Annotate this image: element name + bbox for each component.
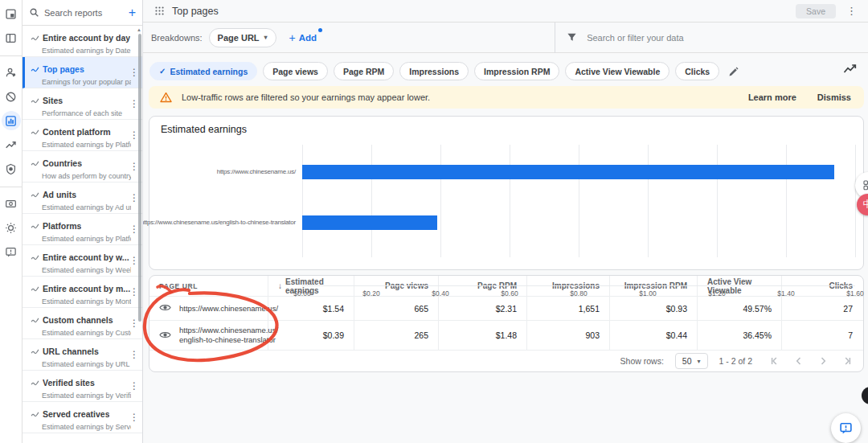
- report-icon: [31, 156, 39, 170]
- new-report-button[interactable]: +: [129, 7, 136, 18]
- sidebar-item-entire-account-by-day[interactable]: Entire account by dayEstimated earnings …: [23, 26, 142, 57]
- sidebar-item-content-platform[interactable]: Content platformEstimated earnings by Pl…: [23, 120, 142, 151]
- report-title: URL channels: [43, 347, 99, 356]
- page-url-cell[interactable]: https://www.chinesename.us/english-to-ch…: [149, 321, 268, 350]
- table-row: https://www.chinesename.us/english-to-ch…: [149, 320, 863, 350]
- first-page-icon[interactable]: [770, 356, 780, 366]
- rows-per-page-select[interactable]: 50 ▾: [675, 353, 708, 369]
- url-line: english-to-chinese-translator: [179, 335, 278, 345]
- report-kebab-icon[interactable]: ⋮: [129, 412, 139, 423]
- breakdowns-bar: Breakdowns: Page URL ▾ + Add: [143, 23, 868, 53]
- blocking-controls-icon[interactable]: [2, 87, 21, 106]
- report-kebab-icon[interactable]: ⋮: [129, 349, 139, 360]
- filter-icon: [567, 32, 577, 43]
- x-tick-label: $0.00: [293, 289, 310, 297]
- main-content: Top pages Save ⋮ Breakdowns: Page URL ▾ …: [143, 0, 868, 443]
- previous-page-icon[interactable]: [794, 356, 804, 366]
- eye-icon[interactable]: [159, 303, 171, 314]
- dimension-select[interactable]: Page URL ▾: [209, 28, 276, 47]
- sidebar-scrollbar-thumb[interactable]: [138, 34, 141, 322]
- add-breakdown-button[interactable]: + Add: [289, 31, 317, 44]
- table-cell: $1.54: [268, 297, 354, 320]
- table-cell: 49.57%: [698, 297, 782, 320]
- left-icon-rail: [0, 0, 23, 443]
- dismiss-button[interactable]: Dismiss: [817, 92, 851, 102]
- sidebar-item-top-pages[interactable]: Top pagesEarnings for your popular pa..⋮: [23, 57, 142, 88]
- scrollbar-up-arrow[interactable]: ▲: [137, 27, 141, 32]
- adsense-reports-app: + Entire account by dayEstimated earning…: [0, 0, 868, 443]
- table-pagination: Show rows: 50 ▾ 1 - 2 of 2: [149, 350, 863, 371]
- report-kebab-icon[interactable]: ⋮: [129, 380, 139, 392]
- chip-impressions[interactable]: Impressions: [399, 62, 469, 80]
- settings-icon[interactable]: [2, 218, 21, 237]
- metric-chips: ✓Estimated earningsPage viewsPage RPMImp…: [149, 62, 719, 80]
- last-page-icon[interactable]: [842, 356, 852, 366]
- gridline: [579, 145, 579, 257]
- page-range: 1 - 2 of 2: [719, 356, 752, 366]
- plus-icon: +: [289, 31, 296, 44]
- sidebar-item-entire-account-by-m-[interactable]: Entire account by m...Estimated earnings…: [23, 277, 142, 308]
- sidebar-item-url-channels[interactable]: URL channelsEstimated earnings by URL c.…: [23, 339, 142, 371]
- next-page-icon[interactable]: [818, 356, 828, 366]
- table-cell: $1.48: [439, 321, 527, 350]
- gridline: [302, 145, 303, 257]
- ads-icon[interactable]: [2, 28, 21, 47]
- report-icon: [31, 125, 39, 139]
- rail-divider: [0, 55, 22, 56]
- sidebar-item-ad-units[interactable]: Ad unitsEstimated earnings by Ad unit⋮: [23, 183, 142, 214]
- chip-active-view-viewable[interactable]: Active View Viewable: [565, 62, 669, 80]
- table-cell: 903: [527, 321, 610, 350]
- reports-icon[interactable]: [2, 111, 21, 130]
- feedback-icon[interactable]: [2, 242, 21, 261]
- report-icon: [31, 219, 39, 233]
- feedback-fab[interactable]: [831, 413, 861, 443]
- chip-estimated-earnings[interactable]: ✓Estimated earnings: [149, 62, 257, 80]
- sidebar-item-served-creatives[interactable]: Served creativesEstimated earnings by Se…: [23, 402, 142, 433]
- save-button[interactable]: Save: [796, 4, 836, 18]
- table-cell: $2.31: [439, 297, 527, 320]
- chip-label: Page RPM: [343, 67, 384, 76]
- home-icon[interactable]: [2, 4, 21, 23]
- optimization-icon[interactable]: [2, 135, 21, 154]
- account-icon[interactable]: [2, 63, 21, 82]
- sidebar-item-entire-account-by-w-[interactable]: Entire account by w...Estimated earnings…: [23, 245, 142, 277]
- eye-icon[interactable]: [159, 330, 171, 341]
- report-icon: [31, 281, 39, 296]
- url-line: https://www.chinesename.us/: [179, 304, 278, 314]
- search-icon: [29, 7, 39, 18]
- chip-clicks[interactable]: Clicks: [675, 62, 719, 80]
- x-tick-label: $0.40: [432, 289, 448, 297]
- report-title: Platforms: [43, 221, 81, 231]
- gridline: [855, 145, 856, 257]
- learn-more-link[interactable]: Learn more: [748, 92, 796, 102]
- report-menu-icon[interactable]: ⋮: [843, 5, 860, 17]
- sidebar-item-platforms[interactable]: PlatformsEstimated earnings by Platfo..⋮: [23, 214, 142, 245]
- column-header-page-url[interactable]: PAGE URL: [149, 276, 268, 296]
- sidebar-search: +: [23, 0, 142, 26]
- report-title: Verified sites: [43, 378, 95, 388]
- chart-type-icon[interactable]: [843, 63, 857, 78]
- sidebar-item-custom-channels[interactable]: Custom channelsEstimated earnings by Cus…: [23, 308, 142, 339]
- report-icon: [31, 250, 39, 265]
- sidebar-item-countries[interactable]: CountriesHow ads perform by country⋮: [23, 151, 142, 183]
- search-reports-input[interactable]: [44, 8, 121, 18]
- chip-label: Estimated earnings: [170, 67, 248, 76]
- gridline: [440, 145, 441, 257]
- sidebar-item-verified-sites[interactable]: Verified sitesEstimated earnings by Veri…: [23, 371, 142, 402]
- chip-label: Impressions: [409, 67, 459, 76]
- page-url-cell[interactable]: https://www.chinesename.us/: [149, 297, 268, 320]
- report-icon: [31, 31, 39, 45]
- saved-reports-list: Entire account by dayEstimated earnings …: [23, 26, 142, 433]
- gridline: [717, 145, 718, 257]
- sidebar-item-sites[interactable]: SitesPerformance of each site⋮: [23, 88, 142, 120]
- chip-page-views[interactable]: Page views: [263, 62, 328, 80]
- gridline: [786, 145, 787, 257]
- edit-metrics-icon[interactable]: [728, 66, 739, 77]
- chip-impression-rpm[interactable]: Impression RPM: [474, 62, 559, 80]
- policy-center-icon[interactable]: [2, 159, 21, 178]
- report-subtitle: Estimated earnings by Serve..: [42, 423, 131, 431]
- chip-page-rpm[interactable]: Page RPM: [334, 62, 394, 80]
- payments-icon[interactable]: [2, 194, 21, 213]
- filter-input[interactable]: [587, 33, 796, 43]
- report-grid-icon: [154, 6, 165, 16]
